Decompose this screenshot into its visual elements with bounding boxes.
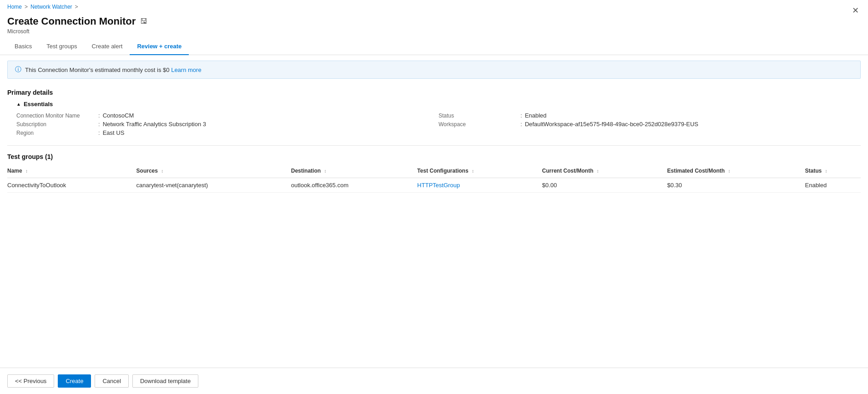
- sort-destination-icon: ↕: [324, 169, 326, 174]
- sort-current-cost-icon: ↕: [597, 169, 599, 174]
- previous-button[interactable]: << Previous: [7, 374, 54, 388]
- breadcrumb-network-watcher[interactable]: Network Watcher: [30, 4, 72, 10]
- detail-left-col: Connection Monitor Name : ContosoCM Subs…: [16, 111, 439, 137]
- page-title: Create Connection Monitor: [7, 15, 136, 27]
- col-header-name[interactable]: Name ↕: [7, 164, 136, 178]
- divider: [7, 145, 861, 146]
- close-button[interactable]: ✕: [852, 6, 859, 15]
- table-row: ConnectivityToOutlook canarytest-vnet(ca…: [7, 178, 861, 193]
- cell-estimated-cost: $0.30: [667, 178, 805, 193]
- create-button[interactable]: Create: [58, 374, 91, 388]
- detail-row-subscription: Subscription : Network Traffic Analytics…: [16, 120, 439, 128]
- info-icon: ⓘ: [15, 66, 21, 74]
- cell-name: ConnectivityToOutlook: [7, 178, 136, 193]
- page-header: Create Connection Monitor 🖫: [0, 14, 868, 28]
- label-region: Region: [16, 130, 98, 136]
- detail-row-name: Connection Monitor Name : ContosoCM: [16, 111, 439, 120]
- tab-review-create[interactable]: Review + create: [130, 38, 189, 55]
- sort-sources-icon: ↕: [161, 169, 163, 174]
- download-template-button[interactable]: Download template: [132, 374, 198, 388]
- table-header-row: Name ↕ Sources ↕ Destination ↕ Test Conf…: [7, 164, 861, 178]
- value-region: East US: [103, 129, 125, 136]
- detail-row-workspace: Workspace : DefaultWorkspace-af15e575-f9…: [439, 120, 861, 128]
- tab-create-alert[interactable]: Create alert: [85, 38, 130, 55]
- sort-status-icon: ↕: [825, 169, 828, 174]
- label-name: Connection Monitor Name: [16, 113, 98, 119]
- test-groups-table: Name ↕ Sources ↕ Destination ↕ Test Conf…: [7, 164, 861, 193]
- value-workspace: DefaultWorkspace-af15e575-f948-49ac-bce0…: [525, 121, 698, 128]
- details-grid: Connection Monitor Name : ContosoCM Subs…: [7, 111, 861, 137]
- label-subscription: Subscription: [16, 121, 98, 128]
- cell-status: Enabled: [805, 178, 861, 193]
- tab-test-groups[interactable]: Test groups: [39, 38, 84, 55]
- value-subscription: Network Traffic Analytics Subscription 3: [103, 121, 206, 128]
- essentials-label: Essentials: [24, 101, 53, 107]
- breadcrumb-home[interactable]: Home: [7, 4, 22, 10]
- cell-current-cost: $0.00: [542, 178, 667, 193]
- value-status: Enabled: [525, 112, 547, 119]
- label-status: Status: [439, 113, 520, 119]
- breadcrumb-sep2: >: [75, 4, 78, 10]
- cell-destination: outlook.office365.com: [291, 178, 417, 193]
- chevron-up-icon: ▲: [16, 102, 21, 107]
- page-subtitle: Microsoft: [0, 28, 868, 38]
- cell-test-configurations[interactable]: HTTPTestGroup: [417, 178, 542, 193]
- col-header-destination[interactable]: Destination ↕: [291, 164, 417, 178]
- col-header-estimated-cost[interactable]: Estimated Cost/Month ↕: [667, 164, 805, 178]
- label-workspace: Workspace: [439, 121, 520, 128]
- breadcrumb-sep1: >: [25, 4, 28, 10]
- test-groups-title: Test groups (1): [0, 149, 868, 164]
- col-header-sources[interactable]: Sources ↕: [136, 164, 291, 178]
- essentials-section: ▲ Essentials Connection Monitor Name : C…: [0, 99, 868, 142]
- info-banner: ⓘ This Connection Monitor's estimated mo…: [7, 61, 861, 79]
- footer: << Previous Create Cancel Download templ…: [0, 368, 868, 394]
- breadcrumb: Home > Network Watcher >: [0, 0, 868, 14]
- value-name: ContosoCM: [103, 112, 134, 119]
- essentials-header[interactable]: ▲ Essentials: [7, 99, 861, 111]
- tab-bar: Basics Test groups Create alert Review +…: [0, 38, 868, 55]
- test-groups-table-container: Name ↕ Sources ↕ Destination ↕ Test Conf…: [0, 164, 868, 193]
- save-icon[interactable]: 🖫: [140, 17, 147, 26]
- col-header-current-cost[interactable]: Current Cost/Month ↕: [542, 164, 667, 178]
- sort-name-icon: ↕: [25, 169, 28, 174]
- detail-row-region: Region : East US: [16, 128, 439, 137]
- col-header-test-configs[interactable]: Test Configurations ↕: [417, 164, 542, 178]
- info-text: This Connection Monitor's estimated mont…: [25, 67, 202, 73]
- detail-row-status: Status : Enabled: [439, 111, 861, 120]
- sort-test-configs-icon: ↕: [472, 169, 474, 174]
- detail-right-col: Status : Enabled Workspace : DefaultWork…: [439, 111, 861, 137]
- learn-more-link[interactable]: Learn more: [171, 67, 201, 73]
- tab-basics[interactable]: Basics: [7, 38, 39, 55]
- cancel-button[interactable]: Cancel: [95, 374, 128, 388]
- sort-estimated-cost-icon: ↕: [728, 169, 731, 174]
- col-header-status[interactable]: Status ↕: [805, 164, 861, 178]
- cell-sources: canarytest-vnet(canarytest): [136, 178, 291, 193]
- primary-details-title: Primary details: [0, 84, 868, 99]
